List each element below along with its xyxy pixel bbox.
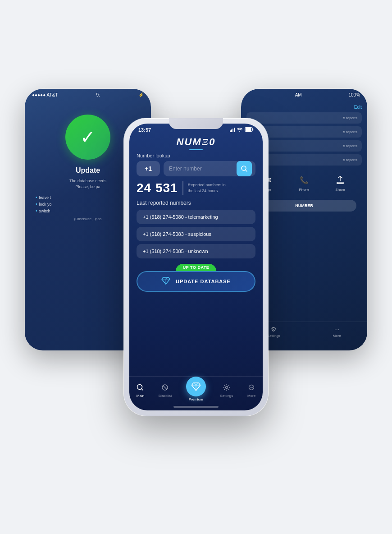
tab-more[interactable]: More [247,384,255,398]
tab-premium-label: Premium [189,397,203,401]
stats-desc: Reported numbers in the last 24 hours [188,182,228,193]
status-time: 13:57 [138,127,151,133]
svg-point-9 [252,387,253,388]
diamond-icon [161,276,171,286]
number-card-3[interactable]: +1 (518) 274-5085 - unknown [137,244,255,258]
more-tab[interactable]: ··· More [333,326,341,338]
update-database-button[interactable]: UPDATE DATABASE [137,271,255,292]
main-search-icon [137,384,144,393]
settings-icon: ⚙ [271,326,277,333]
tab-bar: Main Blacklist [129,376,263,404]
phone-label: Phone [299,188,309,192]
report-badge: 5 reports [343,130,357,134]
phone-action[interactable]: 📞 Phone [298,174,310,192]
svg-rect-1 [246,128,251,131]
number-card-text: +1 (518) 274-5080 - telemarketing [143,214,218,220]
settings-tab[interactable]: ⚙ Settings [267,326,280,338]
left-status-bar: ●●●●● AT&T 9: ⚡ [25,89,151,101]
number-card-2[interactable]: +1 (518) 274-5083 - suspicious [137,227,255,241]
logo-underline [189,149,203,150]
phone-main: 13:57 [124,118,268,416]
search-button[interactable] [237,161,252,176]
phone-screen: 13:57 [129,124,263,410]
more-tab-icon [248,384,255,393]
tab-settings[interactable]: Settings [220,384,233,398]
more-icon: ··· [334,326,340,333]
app-content: NUMΞ0 Number lookup +1 Enter number [129,133,263,376]
search-placeholder: Enter number [169,166,237,172]
premium-icon [186,377,206,396]
up-to-date-badge: UP TO DATE [176,264,217,271]
settings-tab-icon [223,384,230,393]
settings-label: Settings [267,334,280,338]
search-input-wrap[interactable]: Enter number [164,161,255,176]
number-card-1[interactable]: +1 (518) 274-5080 - telemarketing [137,210,255,224]
update-section: UP TO DATE UPDATE DATABASE [137,264,255,294]
tab-main-label: Main [137,394,144,398]
status-icons [230,127,254,133]
stats-number: 24 531 [137,181,178,195]
more-label: More [333,334,341,338]
report-badge: 5 reports [343,144,357,148]
report-badge: 5 reports [343,158,357,162]
tab-main[interactable]: Main [137,384,144,398]
tab-premium[interactable]: Premium [186,380,206,401]
svg-point-7 [250,387,251,388]
battery-icon [245,127,254,133]
signal-icon [230,128,235,132]
search-label: Number lookup [137,153,255,158]
share-icon [334,174,346,186]
right-battery: 100% [348,92,360,97]
left-time: 9: [96,92,100,97]
share-label: Share [335,188,345,192]
section-title: Last reported numbers [137,200,255,206]
logo-text: NUMΞ0 [137,136,255,148]
check-icon: ✓ [65,115,110,160]
number-card-text: +1 (518) 274-5085 - unknown [143,249,208,254]
stats-divider [182,181,183,195]
phone-notch [169,118,223,129]
blacklist-icon [161,384,169,393]
tab-settings-label: Settings [220,394,233,398]
tab-blacklist-label: Blacklist [159,394,172,398]
right-status-bar: AM 100% [241,89,367,101]
phone-shell: 13:57 [124,118,268,416]
app-logo: NUMΞ0 [137,136,255,150]
stats-row: 24 531 Reported numbers in the last 24 h… [137,181,255,195]
left-carrier: ●●●●● AT&T [32,92,58,97]
right-time-am: AM [295,92,302,97]
svg-point-3 [137,385,142,390]
svg-point-5 [225,387,228,389]
update-database-label: UPDATE DATABASE [176,279,231,284]
left-battery: ⚡ [138,92,144,97]
country-code[interactable]: +1 [137,161,160,176]
tab-more-label: More [247,394,255,398]
report-badge: 5 reports [343,116,357,120]
tab-blacklist[interactable]: Blacklist [159,384,172,398]
search-row: +1 Enter number [137,161,255,176]
edit-button[interactable]: Edit [246,105,362,110]
svg-point-8 [251,387,252,388]
share-action[interactable]: Share [334,174,346,192]
phone-icon: 📞 [298,174,310,186]
home-indicator [173,406,219,408]
number-card-text: +1 (518) 274-5083 - suspicious [143,231,211,237]
wifi-icon [237,127,242,133]
